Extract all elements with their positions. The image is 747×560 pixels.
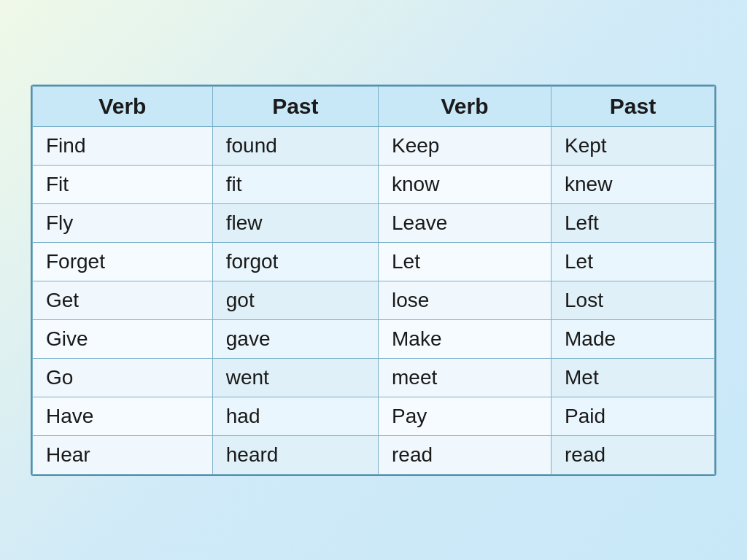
table-row: FlyflewLeaveLeft: [33, 203, 715, 242]
table-row: GowentmeetMet: [33, 358, 715, 397]
col-header-past1: Past: [212, 86, 378, 126]
past2-cell: Paid: [551, 397, 715, 435]
past1-cell: gave: [212, 319, 378, 358]
verb1-cell: Have: [33, 397, 213, 435]
verb1-cell: Fit: [33, 165, 213, 203]
table-row: ForgetforgotLetLet: [33, 242, 715, 281]
table-row: Fitfitknowknew: [33, 165, 715, 203]
table-row: HavehadPayPaid: [33, 397, 715, 435]
irregular-verbs-table: Verb Past Verb Past FindfoundKeepKeptFit…: [32, 86, 715, 475]
verb2-cell: read: [378, 435, 551, 474]
past2-cell: Lost: [551, 281, 715, 319]
past1-cell: heard: [212, 435, 378, 474]
past2-cell: Kept: [551, 126, 715, 165]
table-row: Hearheardreadread: [33, 435, 715, 474]
past2-cell: knew: [551, 165, 715, 203]
verb2-cell: Let: [378, 242, 551, 281]
table-header-row: Verb Past Verb Past: [33, 86, 715, 126]
past2-cell: Let: [551, 242, 715, 281]
col-header-verb2: Verb: [378, 86, 551, 126]
verb2-cell: know: [378, 165, 551, 203]
verb2-cell: Leave: [378, 203, 551, 242]
table-row: FindfoundKeepKept: [33, 126, 715, 165]
col-header-verb1: Verb: [33, 86, 213, 126]
verb1-cell: Hear: [33, 435, 213, 474]
verb1-cell: Go: [33, 358, 213, 397]
past1-cell: had: [212, 397, 378, 435]
verb2-cell: lose: [378, 281, 551, 319]
past2-cell: Met: [551, 358, 715, 397]
past1-cell: found: [212, 126, 378, 165]
past1-cell: got: [212, 281, 378, 319]
verb-table-container: Verb Past Verb Past FindfoundKeepKeptFit…: [31, 85, 716, 476]
col-header-past2: Past: [551, 86, 715, 126]
past2-cell: read: [551, 435, 715, 474]
past1-cell: fit: [212, 165, 378, 203]
table-row: GetgotloseLost: [33, 281, 715, 319]
verb1-cell: Get: [33, 281, 213, 319]
table-row: GivegaveMakeMade: [33, 319, 715, 358]
verb2-cell: Pay: [378, 397, 551, 435]
verb1-cell: Find: [33, 126, 213, 165]
verb2-cell: Keep: [378, 126, 551, 165]
past2-cell: Left: [551, 203, 715, 242]
verb2-cell: meet: [378, 358, 551, 397]
past2-cell: Made: [551, 319, 715, 358]
verb1-cell: Give: [33, 319, 213, 358]
past1-cell: flew: [212, 203, 378, 242]
past1-cell: went: [212, 358, 378, 397]
past1-cell: forgot: [212, 242, 378, 281]
verb1-cell: Forget: [33, 242, 213, 281]
verb1-cell: Fly: [33, 203, 213, 242]
verb2-cell: Make: [378, 319, 551, 358]
